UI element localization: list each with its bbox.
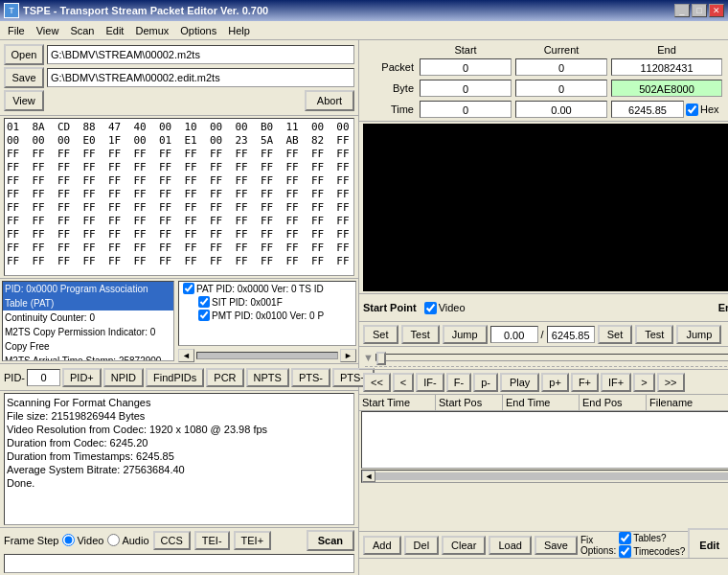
- hex-checkbox[interactable]: Hex: [686, 104, 724, 116]
- bottom-input[interactable]: [4, 554, 354, 573]
- audio-radio-label[interactable]: Audio: [107, 534, 148, 546]
- slider-track[interactable]: [375, 354, 728, 361]
- menu-file[interactable]: File: [2, 23, 31, 38]
- rew-fast-button[interactable]: <<: [363, 373, 391, 392]
- video-point-check[interactable]: [424, 302, 437, 314]
- audio-radio[interactable]: [107, 534, 120, 546]
- npid-button[interactable]: NPID: [103, 368, 144, 387]
- fwd-button[interactable]: >: [633, 373, 654, 392]
- pts-minus-button[interactable]: PTS-: [291, 368, 330, 387]
- rew-button[interactable]: <: [393, 373, 414, 392]
- scroll-left-btn[interactable]: ◄: [362, 471, 375, 482]
- menu-options[interactable]: Options: [174, 23, 222, 38]
- menu-scan[interactable]: Scan: [64, 23, 100, 38]
- frame-step-row: Frame Step Video Audio CCS TEI- TEI+ Sca…: [0, 527, 358, 552]
- tei-minus-button[interactable]: TEI-: [194, 531, 230, 550]
- menu-edit[interactable]: Edit: [100, 23, 129, 38]
- pcr-button[interactable]: PCR: [206, 368, 243, 387]
- tree-checkbox[interactable]: [198, 310, 210, 321]
- pid-list-item[interactable]: Table (PAT): [3, 296, 173, 310]
- open-button[interactable]: Open: [4, 44, 44, 65]
- time-current: 0.00: [515, 101, 607, 118]
- save-path-input[interactable]: [47, 68, 354, 87]
- p-plus-button[interactable]: p+: [541, 373, 569, 392]
- load-button[interactable]: Load: [489, 536, 531, 555]
- pid-list-item[interactable]: Copy Free: [3, 339, 173, 354]
- view-button[interactable]: View: [4, 90, 44, 111]
- abort-button[interactable]: Abort: [305, 90, 354, 111]
- maximize-button[interactable]: □: [692, 4, 707, 17]
- video-point-checkbox[interactable]: Video: [424, 302, 466, 314]
- scroll-track[interactable]: [375, 472, 728, 480]
- timecodes-checkbox[interactable]: [619, 545, 631, 558]
- close-button[interactable]: ✕: [709, 4, 724, 17]
- findpids-button[interactable]: FindPIDs: [146, 368, 204, 387]
- end-set-button[interactable]: Set: [598, 325, 633, 344]
- add-button[interactable]: Add: [363, 536, 401, 555]
- end-jump-button[interactable]: Jump: [676, 325, 721, 344]
- save-button[interactable]: Save: [4, 67, 44, 88]
- start-jump-button[interactable]: Jump: [443, 325, 488, 344]
- play-button[interactable]: Play: [500, 373, 539, 392]
- tree-item-label: SIT PID: 0x001F: [212, 297, 283, 308]
- tree-item[interactable]: PAT PID: 0x0000 Ver: 0 TS ID: [179, 282, 355, 295]
- tree-checkbox[interactable]: [198, 296, 210, 308]
- del-button[interactable]: Del: [404, 536, 440, 555]
- clip-table: Start Time Start Pos End Time End Pos Fi…: [359, 395, 728, 531]
- pid-list[interactable]: PID: 0x0000 Program Association Table (P…: [2, 281, 174, 361]
- p-minus-button[interactable]: p-: [473, 373, 498, 392]
- timecodes-check-row[interactable]: Timecodes?: [619, 545, 685, 558]
- video-radio-label[interactable]: Video: [62, 534, 103, 546]
- fwd-fast-button[interactable]: >>: [657, 373, 685, 392]
- end-test-button[interactable]: Test: [635, 325, 673, 344]
- ccs-button[interactable]: CCS: [153, 531, 191, 550]
- f-minus-button[interactable]: F-: [446, 373, 471, 392]
- end-time-value: 6245.85: [547, 326, 595, 343]
- tei-plus-button[interactable]: TEI+: [234, 531, 272, 550]
- pid-list-item[interactable]: PID: 0x0000 Program Association: [3, 282, 173, 296]
- scan-button[interactable]: Scan: [307, 530, 354, 551]
- clip-table-body[interactable]: [361, 411, 728, 469]
- slider-area[interactable]: ▼: [359, 347, 728, 370]
- open-path-input[interactable]: [47, 45, 354, 64]
- col-filename: Filename: [647, 395, 728, 410]
- hex-line: FF FF FF FF FF FF FF FF FF FF FF FF FF F…: [7, 242, 352, 255]
- scroll-right-btn[interactable]: ►: [340, 349, 356, 362]
- tree-item[interactable]: PMT PID: 0x0100 Ver: 0 P: [179, 309, 355, 322]
- start-set-button[interactable]: Set: [363, 325, 398, 344]
- scroll-left-btn[interactable]: ◄: [178, 349, 194, 362]
- pid-value-input[interactable]: [27, 369, 60, 386]
- pid-list-item[interactable]: M2TS Arrival Time Stamp: 25872900: [3, 354, 173, 361]
- minimize-button[interactable]: _: [674, 4, 690, 17]
- video-radio[interactable]: [62, 534, 75, 546]
- pid-list-item[interactable]: M2TS Copy Permission Indicator: 0: [3, 325, 173, 339]
- start-test-button[interactable]: Test: [401, 325, 440, 344]
- slider-left-marker: ▼: [363, 352, 374, 363]
- tree-item[interactable]: SIT PID: 0x001F: [179, 295, 355, 309]
- npts-button[interactable]: NPTS: [246, 368, 289, 387]
- col-end-pos: End Pos: [580, 395, 647, 410]
- if-plus-button[interactable]: IF+: [601, 373, 631, 392]
- menu-help[interactable]: Help: [222, 23, 256, 38]
- menu-view[interactable]: View: [31, 23, 65, 38]
- hex-display: 01 8A CD 88 47 40 00 10 00 00 B0 11 00 0…: [4, 118, 354, 276]
- pid-list-item[interactable]: Continuity Counter: 0: [3, 310, 173, 325]
- tables-checkbox[interactable]: [619, 532, 631, 544]
- f-plus-button[interactable]: F+: [571, 373, 599, 392]
- if-minus-button[interactable]: IF-: [416, 373, 444, 392]
- hex-check[interactable]: [686, 104, 698, 116]
- byte-end: 502AE8000: [611, 80, 722, 97]
- menu-demux[interactable]: Demux: [129, 23, 174, 38]
- packet-label: Packet: [365, 61, 418, 73]
- log-line: Video Resolution from Codec: 1920 x 1080…: [7, 423, 352, 436]
- current-header: Current: [513, 44, 609, 56]
- save-clip-button[interactable]: Save: [535, 536, 578, 555]
- pid-plus-button[interactable]: PID+: [62, 368, 102, 387]
- hex-line: FF FF FF FF FF FF FF FF FF FF FF FF FF F…: [7, 161, 352, 174]
- h-scrollbar[interactable]: ◄ ►: [361, 470, 728, 483]
- tree-checkbox[interactable]: [183, 283, 194, 294]
- tables-check-row[interactable]: Tables?: [619, 532, 685, 544]
- clear-button[interactable]: Clear: [442, 536, 486, 555]
- byte-start: 0: [420, 80, 512, 97]
- start-time-value: 0.00: [490, 326, 538, 343]
